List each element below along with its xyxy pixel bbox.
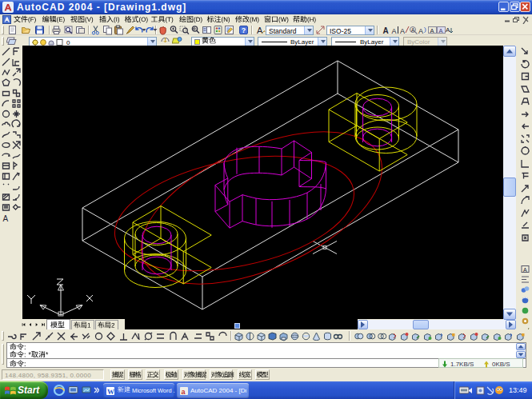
svg-text:A: A: [3, 214, 9, 223]
svg-text:A: A: [400, 27, 405, 35]
svg-text:A: A: [411, 27, 415, 33]
svg-text:A: A: [383, 26, 389, 35]
svg-text:A: A: [391, 27, 396, 35]
svg-text:A: A: [523, 267, 527, 273]
svg-text:A: A: [430, 27, 434, 34]
svg-text:A: A: [418, 27, 423, 35]
svg-text:A: A: [446, 26, 450, 34]
svg-text:?: ?: [242, 26, 246, 34]
svg-text:W: W: [107, 387, 114, 395]
svg-text:A: A: [439, 27, 443, 34]
